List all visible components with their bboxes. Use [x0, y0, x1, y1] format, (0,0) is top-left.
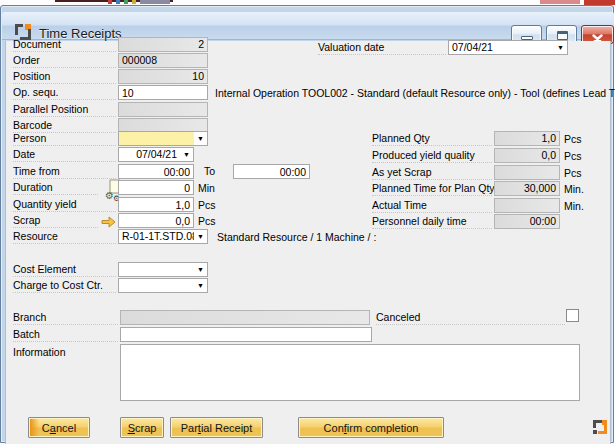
quantity-yield-label: Quantity yield — [13, 198, 116, 212]
date-combo[interactable]: 07/04/21 ▼ — [118, 147, 194, 162]
barcode-label: Barcode — [13, 119, 116, 133]
time-from-label: Time from — [13, 165, 116, 179]
planned-time-unit: Min. — [564, 183, 584, 195]
duration-label: Duration — [13, 181, 98, 195]
cost-element-value[interactable] — [119, 263, 194, 276]
order-field: 000008 — [118, 53, 208, 68]
cost-element-label: Cost Element — [13, 263, 116, 277]
valuation-date-combo[interactable]: 07/04/21 ▼ — [448, 40, 568, 55]
charge-to-cost-ctr-label: Charge to Cost Ctr. — [13, 279, 116, 293]
scrap-button[interactable]: Scrap — [120, 417, 164, 438]
actual-time-label: Actual Time — [372, 199, 492, 213]
order-label: Order — [13, 54, 116, 68]
background-artifact — [540, 0, 580, 4]
parallel-position-field — [118, 102, 208, 117]
operation-description: Internal Operation TOOL002 - Standard (d… — [215, 87, 615, 99]
personnel-daily-time-field: 00:00 — [494, 214, 560, 229]
button-label-part: Con — [324, 422, 344, 434]
personnel-daily-time-label: Personnel daily time — [372, 215, 492, 229]
document-label: Document — [13, 38, 116, 52]
document-field: 2 — [118, 37, 208, 52]
time-from-input[interactable] — [118, 164, 194, 179]
as-yet-scrap-field — [494, 165, 560, 180]
button-label-part: Par — [181, 422, 198, 434]
button-label-part: C — [42, 422, 50, 434]
as-yet-scrap-unit: Pcs — [564, 167, 582, 179]
partial-receipt-button[interactable]: Partial Receipt — [170, 417, 263, 438]
background-artifact — [116, 0, 120, 4]
valuation-date-value[interactable]: 07/04/21 — [449, 41, 554, 54]
button-label-part: ial Receipt — [201, 422, 252, 434]
batch-label: Batch — [13, 328, 118, 342]
person-combo[interactable]: ▼ — [118, 131, 208, 146]
date-value[interactable]: 07/04/21 — [119, 148, 180, 161]
information-label: Information — [13, 346, 118, 360]
produced-yield-quality-unit: Pcs — [564, 150, 582, 162]
screen: Time Receipts Document 2 Order 000008 Po… — [0, 0, 615, 444]
time-to-input[interactable] — [233, 164, 310, 179]
actual-time-field — [494, 198, 560, 213]
chevron-down-icon[interactable]: ▼ — [194, 263, 207, 276]
background-artifact — [124, 0, 128, 4]
cancel-button[interactable]: Cancel — [28, 417, 90, 438]
op-sequ-input[interactable] — [118, 85, 208, 100]
sap-b1-grip-icon[interactable] — [593, 420, 607, 434]
resource-value[interactable]: R-01-1T.STD.08I — [119, 230, 194, 243]
resource-combo[interactable]: R-01-1T.STD.08I ▼ — [118, 229, 208, 244]
scrap-input[interactable] — [118, 213, 194, 228]
quantity-yield-input[interactable] — [118, 197, 194, 212]
cost-element-combo[interactable]: ▼ — [118, 262, 208, 277]
quantity-yield-unit: Pcs — [198, 199, 216, 211]
person-value[interactable] — [119, 132, 194, 145]
date-label: Date — [13, 148, 116, 162]
chevron-down-icon[interactable]: ▼ — [194, 279, 207, 292]
branch-label: Branch — [13, 311, 118, 325]
planned-qty-field: 1,0 — [494, 131, 560, 146]
planned-qty-unit: Pcs — [564, 133, 582, 145]
default-button-stripe — [30, 419, 39, 436]
chevron-down-icon[interactable]: ▼ — [180, 148, 193, 161]
time-to-label: To — [204, 165, 224, 179]
scrap-unit: Pcs — [198, 215, 216, 227]
parallel-position-label: Parallel Position — [13, 103, 116, 117]
planned-time-for-plan-qty-field: 30,000 — [494, 181, 560, 196]
maximize-icon — [557, 31, 568, 40]
button-label-part: irm completion — [347, 422, 419, 434]
valuation-date-label: Valuation date — [318, 41, 446, 55]
chevron-down-icon[interactable]: ▼ — [194, 230, 207, 243]
canceled-checkbox[interactable] — [566, 309, 579, 322]
resource-label: Resource — [13, 230, 116, 244]
position-label: Position — [13, 70, 116, 84]
scrap-label: Scrap — [13, 214, 98, 228]
background-artifact — [132, 0, 136, 4]
button-label-part: crap — [135, 422, 156, 434]
canceled-label: Canceled — [376, 311, 565, 325]
button-label-part: ncel — [56, 422, 76, 434]
button-accesskey: S — [128, 422, 135, 434]
branch-field — [120, 310, 370, 325]
charge-to-cost-ctr-combo[interactable]: ▼ — [118, 278, 208, 293]
chevron-down-icon[interactable]: ▼ — [554, 41, 567, 54]
as-yet-scrap-label: As yet Scrap — [372, 166, 492, 180]
title-bar[interactable]: Time Receipts — [2, 12, 614, 40]
op-sequ-label: Op. sequ. — [13, 86, 116, 100]
planned-time-for-plan-qty-label: Planned Time for Plan Qty — [372, 182, 492, 196]
position-field: 10 — [118, 69, 208, 84]
produced-yield-quality-field: 0,0 — [494, 148, 560, 163]
actual-time-unit: Min. — [564, 200, 584, 212]
information-textarea[interactable] — [120, 344, 580, 401]
background-artifact — [140, 0, 170, 4]
confirm-completion-button[interactable]: Confirm completion — [298, 417, 444, 438]
background-artifact — [108, 0, 112, 4]
batch-input[interactable] — [120, 327, 372, 342]
duration-input[interactable] — [118, 180, 194, 195]
resource-description: Standard Resource / 1 Machine / : — [217, 231, 376, 243]
charge-to-cost-ctr-value[interactable] — [119, 279, 194, 292]
duration-unit: Min — [198, 182, 215, 194]
chevron-down-icon[interactable]: ▼ — [194, 132, 207, 145]
produced-yield-quality-label: Produced yield quality — [372, 149, 492, 163]
person-label: Person — [13, 132, 116, 146]
planned-qty-label: Planned Qty — [372, 132, 492, 146]
